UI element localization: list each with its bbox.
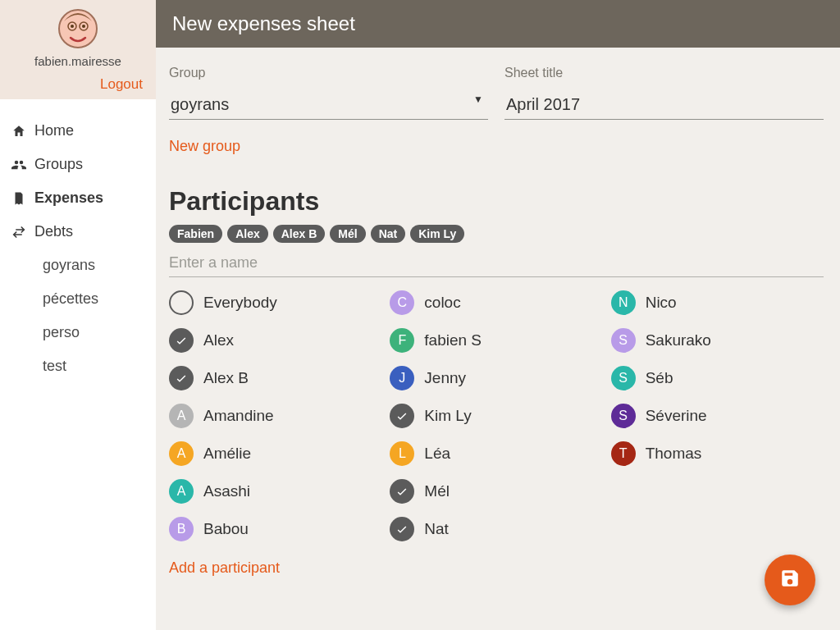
swap-icon [11,225,26,240]
participant-chip[interactable]: Mél [330,225,365,243]
participant-name: Amandine [203,407,274,425]
unchecked-icon [169,290,194,315]
avatar-letter: A [169,441,194,466]
participant-option[interactable]: Kim Ly [390,404,602,428]
participant-name: Alex [203,331,234,349]
participant-name: Alex B [203,369,249,387]
nav-debts[interactable]: Debts [0,215,156,249]
nav-home[interactable]: Home [0,114,156,148]
debts-subnav: goyrans pécettes perso test [0,249,156,383]
participant-option[interactable]: SSéb [611,366,824,390]
save-icon [779,568,801,592]
new-group-link[interactable]: New group [169,138,240,155]
participant-option[interactable]: Alex [169,328,381,353]
avatar-letter: S [611,366,636,390]
username: fabien.mairesse [8,54,148,68]
participant-option[interactable]: LLéa [390,441,602,466]
participant-chip[interactable]: Kim Ly [410,225,464,243]
nav-label: Debts [34,223,73,240]
group-select[interactable]: ▼ [169,92,488,120]
selected-chips: FabienAlexAlex BMélNatKim Ly [169,225,824,243]
participant-option[interactable]: Ffabien S [390,328,602,353]
participant-chip[interactable]: Alex [227,225,268,243]
check-icon [390,517,414,541]
participant-name: Amélie [203,445,251,463]
check-icon [169,328,194,353]
avatar-letter: A [169,404,194,428]
participant-option[interactable]: Nat [390,517,602,541]
check-icon [390,479,414,504]
nav-expenses[interactable]: Expenses [0,181,156,215]
participant-name: Kim Ly [424,407,471,425]
participant-option[interactable]: AAmandine [169,404,381,428]
participant-option[interactable]: AAsashi [169,479,381,504]
group-label: Group [169,66,488,80]
participant-option[interactable]: BBabou [169,517,381,541]
participant-option[interactable]: Ccoloc [390,290,602,315]
content: Group ▼ Sheet title New group Participan… [156,48,840,609]
participants-heading: Participants [169,186,824,217]
participant-option[interactable]: JJenny [390,366,602,390]
participant-name: coloc [424,294,460,312]
avatar-letter: S [611,404,636,428]
participant-name: Mél [424,482,450,500]
svg-point-4 [82,25,85,28]
form-row: Group ▼ Sheet title [169,66,824,120]
participant-option[interactable]: SSakurako [611,328,824,353]
participant-chip[interactable]: Nat [371,225,406,243]
participant-chip[interactable]: Fabien [169,225,222,243]
participant-name: Everybody [203,294,277,312]
people-icon [11,158,26,172]
main-nav: Home Groups Expenses Debts goyrans pécet… [0,99,156,383]
subnav-item[interactable]: perso [31,316,156,349]
participant-option[interactable]: Mél [390,479,602,504]
avatar-letter: S [611,328,636,353]
participant-option[interactable]: NNico [611,290,824,315]
avatar-letter: B [169,517,194,541]
avatar-letter: F [390,328,414,353]
receipt-icon [11,191,26,206]
participant-option[interactable]: SSéverine [611,404,824,428]
avatar-letter: A [169,479,194,504]
avatar-letter: T [611,441,636,466]
participant-option[interactable]: Alex B [169,366,381,390]
home-icon [11,124,26,139]
avatar-letter: J [390,366,414,390]
subnav-item[interactable]: pécettes [31,282,156,316]
nav-label: Expenses [34,189,103,207]
group-select-input[interactable] [169,92,488,120]
svg-point-3 [71,25,74,28]
main-area: New expenses sheet Group ▼ Sheet title N… [156,0,840,630]
participant-name: Nico [646,294,677,312]
check-icon [390,404,414,428]
avatar-letter: L [390,441,414,466]
subnav-item[interactable]: goyrans [31,249,156,282]
avatar-letter: N [611,290,636,315]
nav-groups[interactable]: Groups [0,148,156,181]
participant-name: Babou [203,520,249,538]
participant-name: Jenny [424,369,466,387]
participant-name: Léa [424,445,450,463]
add-participant-link[interactable]: Add a participant [169,559,280,577]
logout-link[interactable]: Logout [8,76,148,93]
participant-search-input[interactable] [169,251,824,277]
participant-option[interactable]: Everybody [169,290,381,315]
sheet-title-label: Sheet title [504,66,824,80]
subnav-item[interactable]: test [31,349,156,383]
participant-name: Thomas [646,445,702,463]
participant-chip[interactable]: Alex B [273,225,326,243]
sheet-title-field: Sheet title [504,66,824,120]
participant-name: Asashi [203,482,250,500]
participant-option[interactable]: TThomas [611,441,824,466]
check-icon [169,366,194,390]
profile-block: fabien.mairesse Logout [0,0,156,99]
sheet-title-input[interactable] [504,92,824,120]
nav-label: Groups [34,156,83,173]
sidebar: fabien.mairesse Logout Home Groups Expen… [0,0,156,630]
nav-label: Home [34,122,74,139]
participant-name: Nat [424,520,449,538]
avatar [56,7,100,51]
participant-option[interactable]: AAmélie [169,441,381,466]
participant-name: fabien S [424,331,482,349]
save-fab[interactable] [765,555,815,605]
